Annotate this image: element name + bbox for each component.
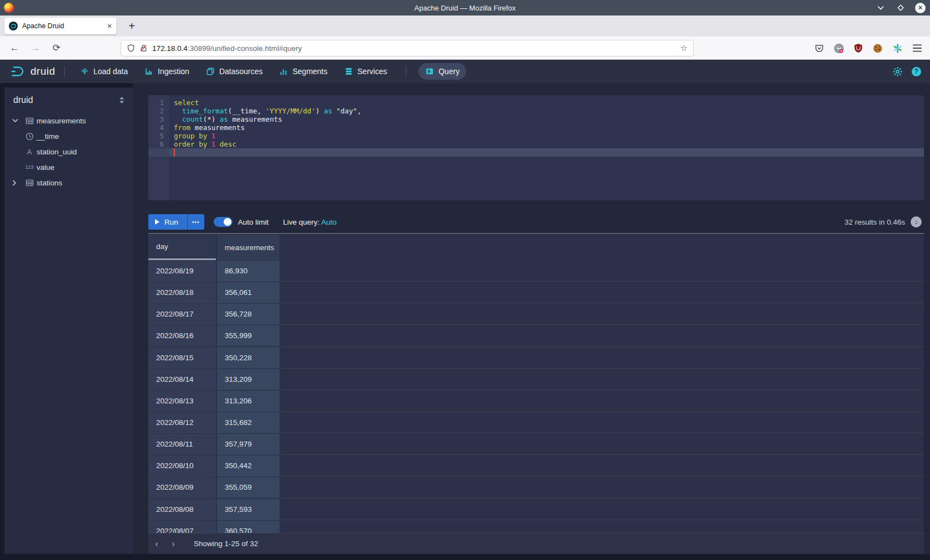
next-page-icon[interactable]: › — [165, 539, 182, 549]
url-bar[interactable]: 172.18.0.4:30899/unified-console.html#qu… — [121, 40, 694, 56]
schema-sidebar: druid measurements__timeAstation_uuid123… — [4, 87, 133, 554]
url-host: 172.18.0.4 — [152, 44, 188, 53]
code-line-5: group by 1 — [169, 132, 924, 140]
help-icon[interactable]: ? — [912, 67, 921, 76]
cell-measurements[interactable]: 356,728 — [217, 304, 280, 324]
sql-editor[interactable]: 1234567 select time_format(__time, 'YYYY… — [148, 95, 924, 200]
cell-day[interactable]: 2022/08/11 — [148, 434, 216, 454]
play-icon — [155, 219, 159, 225]
table-row: 2022/08/17356,728 — [148, 303, 924, 325]
tab-close-icon[interactable]: × — [107, 22, 112, 30]
code-line-2: time_format(__time, 'YYYY/MM/dd') as "da… — [169, 107, 924, 115]
cell-day[interactable]: 2022/08/14 — [148, 369, 216, 390]
code-line-3: count(*) as measurements — [169, 115, 924, 123]
tree-item-measurements[interactable]: measurements — [4, 113, 133, 128]
run-button[interactable]: Run — [148, 214, 187, 230]
datasources-icon — [206, 67, 215, 76]
cell-day[interactable]: 2022/08/16 — [148, 325, 216, 346]
cell-day[interactable]: 2022/08/09 — [148, 477, 216, 497]
cookie-icon[interactable] — [872, 43, 883, 54]
auto-limit-toggle[interactable] — [214, 217, 232, 227]
firefox-window: Apache Druid — Mozilla Firefox × Apache … — [0, 0, 930, 560]
editor-code[interactable]: select time_format(__time, 'YYYY/MM/dd')… — [169, 95, 924, 157]
cell-day[interactable]: 2022/08/18 — [148, 282, 216, 303]
cell-measurements[interactable]: 357,979 — [217, 434, 280, 454]
cell-measurements[interactable]: 357,593 — [217, 499, 280, 520]
live-query-value[interactable]: Auto — [321, 218, 337, 226]
nav-item-load-data[interactable]: Load data — [74, 63, 135, 80]
column-header-measurements[interactable]: measurements — [217, 235, 280, 260]
browser-toolbar: ← → ⟳ 172.18.0.4:30899/unified-console.h… — [0, 37, 930, 60]
cell-measurements[interactable]: 86,930 — [217, 261, 280, 281]
auto-limit-label: Auto limit — [238, 218, 269, 226]
forward-icon[interactable]: → — [29, 43, 42, 54]
close-window-icon[interactable]: × — [915, 3, 926, 13]
tree-item-value[interactable]: 123value — [4, 159, 133, 175]
cell-day[interactable]: 2022/08/15 — [148, 348, 216, 368]
nav-item-label: Ingestion — [158, 67, 189, 76]
hamburger-menu-icon[interactable] — [912, 44, 922, 53]
tab-bar: Apache Druid × + — [0, 15, 930, 37]
cell-measurements[interactable]: 360,570 — [217, 521, 280, 533]
code-line-6: order by 1 desc — [169, 140, 924, 148]
cell-measurements[interactable]: 356,061 — [217, 282, 280, 303]
tree-item-__time[interactable]: __time — [4, 128, 133, 144]
pocket-icon[interactable] — [814, 43, 824, 53]
containers-icon[interactable] — [834, 43, 844, 54]
bookmark-star-icon[interactable]: ☆ — [680, 43, 688, 53]
druid-brand[interactable]: druid — [10, 65, 55, 77]
reload-icon[interactable]: ⟳ — [50, 42, 63, 54]
chevron-right-icon[interactable] — [12, 180, 19, 186]
table-rows: 2022/08/1986,9302022/08/18356,0612022/08… — [148, 260, 924, 533]
cell-day[interactable]: 2022/08/13 — [148, 391, 216, 411]
bottom-margin — [0, 554, 930, 560]
cell-measurements[interactable]: 313,206 — [217, 391, 280, 411]
nav-item-segments[interactable]: Segments — [272, 63, 334, 80]
cell-day[interactable]: 2022/08/19 — [148, 261, 216, 281]
run-more-button[interactable]: ••• — [187, 214, 204, 230]
tree-item-label: value — [37, 163, 54, 172]
load-data-icon — [80, 67, 89, 76]
brand-text: druid — [30, 65, 55, 77]
cell-measurements[interactable]: 313,209 — [217, 369, 280, 390]
nav-item-datasources[interactable]: Datasources — [199, 63, 270, 80]
window-title: Apache Druid — Mozilla Firefox — [0, 4, 930, 12]
chevron-down-icon[interactable] — [12, 118, 19, 123]
cell-measurements[interactable]: 350,442 — [217, 455, 280, 476]
maximize-icon[interactable] — [895, 2, 906, 13]
cell-day[interactable]: 2022/08/10 — [148, 455, 216, 476]
insecure-lock-icon[interactable] — [140, 44, 148, 53]
cell-day[interactable]: 2022/08/17 — [148, 304, 216, 324]
column-header-day[interactable]: day — [148, 235, 216, 260]
cell-measurements[interactable]: 355,059 — [217, 477, 280, 497]
sparkle-extension-icon[interactable] — [892, 43, 903, 54]
nav-item-query[interactable]: Query — [418, 63, 466, 80]
url-text[interactable]: 172.18.0.4:30899/unified-console.html#qu… — [152, 44, 676, 53]
sort-icon[interactable] — [118, 96, 125, 104]
tree-item-station_uuid[interactable]: Astation_uuid — [4, 144, 133, 159]
minimize-icon[interactable] — [875, 2, 886, 13]
nav-item-services[interactable]: Services — [338, 63, 394, 80]
results-summary: 32 results in 0.46s — [844, 218, 905, 226]
cell-day[interactable]: 2022/08/07 — [148, 521, 216, 533]
services-icon — [344, 67, 353, 76]
new-tab-button[interactable]: + — [124, 20, 140, 33]
nav-item-ingestion[interactable]: Ingestion — [138, 63, 196, 80]
prev-page-icon[interactable]: ‹ — [148, 539, 165, 549]
back-icon[interactable]: ← — [8, 43, 21, 54]
tree-item-stations[interactable]: stations — [4, 175, 133, 190]
druid-favicon-icon — [9, 22, 18, 30]
run-bar: Run ••• Auto limit Live query: Auto 32 r… — [148, 214, 924, 230]
tab-apache-druid[interactable]: Apache Druid × — [4, 18, 116, 34]
shield-icon[interactable] — [127, 44, 135, 53]
cell-measurements[interactable]: 355,999 — [217, 325, 280, 346]
cell-day[interactable]: 2022/08/08 — [148, 499, 216, 520]
cell-measurements[interactable]: 350,228 — [217, 348, 280, 368]
table-header: day measurements — [148, 235, 924, 260]
cell-measurements[interactable]: 315,682 — [217, 412, 280, 433]
cell-day[interactable]: 2022/08/12 — [148, 412, 216, 433]
download-results-icon[interactable]: ↓ — [911, 216, 922, 227]
ublock-icon[interactable] — [854, 43, 863, 53]
settings-gear-icon[interactable] — [892, 66, 903, 77]
nav-divider — [64, 66, 65, 77]
